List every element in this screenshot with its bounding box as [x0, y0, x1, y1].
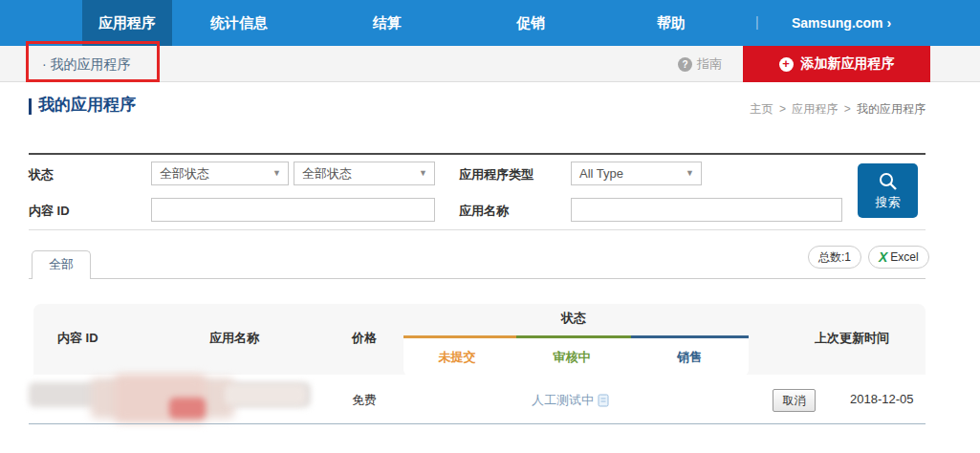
col-header-last-updated: 上次更新时间	[799, 330, 904, 347]
search-button-label: 搜索	[876, 194, 901, 211]
status-line-review	[516, 335, 631, 338]
nav-tab-statistics[interactable]: 统计信息	[196, 0, 282, 46]
samsung-com-link[interactable]: Samsung.com ›	[779, 0, 904, 46]
col-header-status-group: 状态	[535, 310, 612, 327]
chevron-down-icon: ▼	[272, 162, 281, 184]
col-subheader-review: 审核中	[535, 349, 608, 366]
add-button-label: 添加新应用程序	[801, 55, 895, 73]
sub-nav-bar: · 我的应用程序 ? 指南 + 添加新应用程序	[0, 46, 980, 82]
filter-bottom-divider	[29, 229, 926, 230]
total-count-text: 总数:1	[818, 247, 851, 268]
col-subheader-sale: 销售	[653, 349, 726, 366]
row-bottom-border	[29, 423, 926, 424]
breadcrumb-home[interactable]: 主页	[751, 102, 773, 116]
title-accent-bar	[29, 98, 32, 115]
chevron-down-icon: ▼	[419, 162, 427, 184]
chevron-down-icon: ▼	[686, 162, 694, 184]
nav-tab-applications[interactable]: 应用程序	[82, 0, 172, 46]
guide-link[interactable]: ? 指南	[678, 46, 722, 82]
status-select-1[interactable]: 全部状态 ▼	[151, 162, 289, 185]
col-header-price: 价格	[352, 330, 377, 347]
tab-all[interactable]: 全部	[32, 250, 91, 279]
breadcrumb-separator: >	[844, 102, 851, 116]
content-id-label: 内容 ID	[29, 203, 70, 220]
app-name-input[interactable]	[571, 198, 842, 222]
excel-export-button[interactable]: X Excel	[868, 246, 929, 269]
app-window: 应用程序 统计信息 结算 促销 帮助 | Samsung.com › · 我的应…	[0, 0, 980, 453]
app-name-label: 应用名称	[459, 203, 509, 220]
add-new-application-button[interactable]: + 添加新应用程序	[743, 46, 930, 82]
breadcrumb-applications[interactable]: 应用程序	[792, 102, 838, 116]
status-select-2[interactable]: 全部状态 ▼	[294, 162, 435, 185]
col-subheader-unsubmitted: 未提交	[421, 349, 493, 366]
app-type-filter-label: 应用程序类型	[459, 166, 534, 183]
status-select-2-value: 全部状态	[302, 166, 352, 181]
question-mark-icon: ?	[678, 57, 692, 72]
document-icon[interactable]	[598, 394, 609, 407]
app-type-select-value: All Type	[579, 166, 623, 181]
status-text: 人工测试中	[532, 392, 594, 409]
page-title: 我的应用程序	[38, 94, 136, 116]
status-filter-label: 状态	[29, 166, 54, 183]
filter-top-divider	[29, 153, 926, 155]
excel-label: Excel	[890, 247, 918, 268]
nav-divider: |	[755, 0, 759, 46]
breadcrumb-separator: >	[779, 102, 786, 116]
cell-price: 免费	[352, 392, 377, 409]
search-button[interactable]: 搜索	[858, 163, 918, 218]
guide-label: 指南	[697, 55, 722, 73]
col-header-content-id: 内容 ID	[57, 330, 98, 347]
nav-tab-help[interactable]: 帮助	[636, 0, 707, 46]
redacted-app-name	[225, 384, 306, 405]
total-count-badge: 总数:1	[808, 246, 861, 269]
status-select-1-value: 全部状态	[160, 166, 209, 181]
cell-status-link[interactable]: 人工测试中	[532, 392, 609, 409]
breadcrumb-current: 我的应用程序	[857, 102, 926, 116]
redacted-app-icon	[169, 398, 206, 419]
app-type-select[interactable]: All Type ▼	[571, 162, 702, 185]
plus-icon: +	[779, 57, 794, 72]
breadcrumb: 主页 > 应用程序 > 我的应用程序	[748, 101, 926, 118]
top-nav-bar: 应用程序 统计信息 结算 促销 帮助 | Samsung.com ›	[0, 0, 980, 46]
col-header-app-name: 应用名称	[191, 330, 277, 347]
content-id-input[interactable]	[151, 198, 435, 222]
cancel-button[interactable]: 取消	[773, 389, 816, 412]
nav-tab-promotion[interactable]: 促销	[495, 0, 566, 46]
nav-tab-settlement[interactable]: 结算	[352, 0, 423, 46]
excel-icon: X	[879, 247, 887, 268]
status-line-sale	[631, 335, 749, 338]
status-line-unsubmitted	[403, 335, 516, 338]
cell-last-updated: 2018-12-05	[850, 392, 914, 406]
tab-row-divider	[29, 278, 926, 279]
search-icon	[878, 171, 899, 192]
subnav-item-my-applications[interactable]: · 我的应用程序	[42, 46, 131, 82]
